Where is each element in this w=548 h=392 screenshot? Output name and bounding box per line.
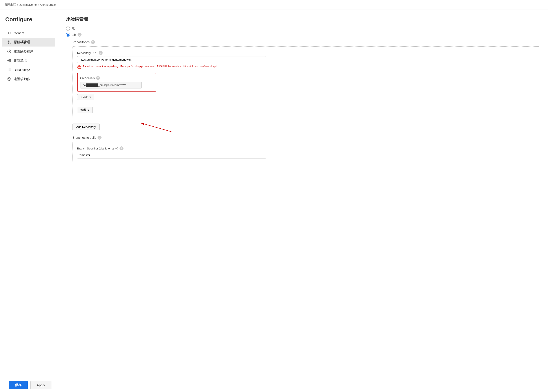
dropdown-arrow-icon: ▾ [89,96,91,99]
error-row: ⛔ Failed to connect to repository : Erro… [77,65,535,70]
main-content: 原始碼管理 無 Git ? Repositories ? Reposito [57,9,548,392]
repo-url-input[interactable] [77,56,266,63]
sidebar-item-build-steps[interactable]: Build Steps [2,65,55,74]
svg-line-3 [10,42,11,43]
apply-button[interactable]: Apply [30,381,51,389]
add-credential-button[interactable]: + Add ▾ [77,94,94,100]
sidebar-item-scm[interactable]: 原始碼管理 [2,38,55,47]
credential-dropdown[interactable]: ba██████_bms@163.com/****** [80,82,142,88]
sidebar: Configure ⚙ General 原始碼管理 建置觸 [0,9,57,392]
scm-git-label: Git [72,33,76,37]
box-icon [7,77,11,81]
scm-none-label: 無 [72,26,75,30]
credentials-box: Credentials ? ba██████_bms@163.com/*****… [77,73,156,91]
breadcrumb-current[interactable]: Configuration [40,3,57,6]
sidebar-item-general[interactable]: ⚙ General [2,28,55,37]
branches-help-icon[interactable]: ? [98,136,101,140]
svg-point-1 [8,42,9,44]
bottom-bar: 儲存 Apply [0,378,548,392]
breadcrumb-sep-1: › [17,3,18,6]
git-help-icon[interactable]: ? [78,33,81,37]
repositories-label: Repositories ? [72,40,539,44]
repo-url-field-label: Repository URL ? [77,51,535,55]
scm-git-row: Git ? [66,33,539,37]
branch-specifier-label: Branch Specifier (blank for 'any') ? [77,146,535,150]
list-icon [7,68,11,72]
branches-box: Branch Specifier (blank for 'any') ? [72,142,539,163]
breadcrumb-project[interactable]: JenkinsDemo [19,3,37,6]
page-title: 原始碼管理 [66,16,539,22]
breadcrumb-home[interactable]: 資訊主頁 [4,3,16,7]
sidebar-title: Configure [0,14,57,28]
gear-icon: ⚙ [7,31,11,35]
repositories-help-icon[interactable]: ? [91,40,95,44]
error-text: Failed to connect to repository : Error … [83,65,219,69]
advanced-label: 進階 [80,108,86,112]
repo-url-help-icon[interactable]: ? [99,51,103,55]
branch-specifier-input[interactable] [77,152,266,159]
add-label: Add [83,96,88,99]
sidebar-label-scm: 原始碼管理 [14,40,30,44]
sidebar-item-post-build[interactable]: 建置後動作 [2,75,55,84]
repository-box: Repository URL ? ⛔ Failed to connect to … [72,46,539,118]
scm-git-radio[interactable] [66,33,70,37]
credentials-label: Credentials ? [80,76,153,80]
chevron-down-icon: ∨ [87,108,89,112]
add-repository-label: Add Repository [76,125,96,129]
branches-label: Branches to build ? [72,136,539,140]
sidebar-item-environment[interactable]: 建置環境 [2,56,55,65]
sidebar-label-triggers: 建置觸發程序 [14,49,33,54]
sidebar-label-build-steps: Build Steps [14,68,30,72]
svg-line-4 [8,42,9,42]
scm-radio-group: 無 Git ? [66,26,539,37]
error-icon: ⛔ [77,65,81,70]
save-button[interactable]: 儲存 [9,381,28,389]
add-icon: + [80,96,82,99]
clock-icon [7,49,11,54]
credentials-help-icon[interactable]: ? [96,76,100,80]
globe-icon [7,58,11,63]
advanced-button[interactable]: 進階 ∨ [77,107,93,113]
sidebar-label-general: General [14,31,25,35]
svg-point-0 [8,41,9,42]
sidebar-label-environment: 建置環境 [14,59,27,63]
scm-none-row: 無 [66,26,539,30]
breadcrumb-sep-2: › [38,3,39,6]
branch-specifier-help-icon[interactable]: ? [120,146,123,150]
scm-none-radio[interactable] [66,27,70,30]
add-repository-button[interactable]: Add Repository [72,124,100,130]
sidebar-label-post-build: 建置後動作 [14,77,30,81]
breadcrumb: 資訊主頁 › JenkinsDemo › Configuration [0,0,548,9]
scissors-icon [7,40,11,44]
sidebar-item-triggers[interactable]: 建置觸發程序 [2,47,55,56]
credential-value-text: ba██████_bms@163.com/****** [83,84,126,87]
